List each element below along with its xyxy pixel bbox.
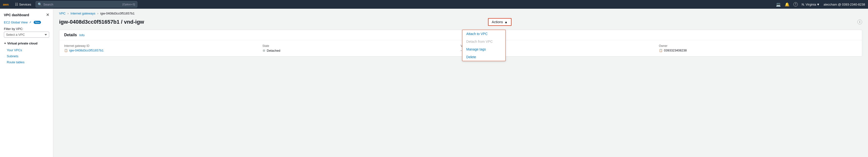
search-bar[interactable]: 🔍 [Option+S] bbox=[36, 1, 137, 7]
main-content: VPC › Internet gateways › igw-0408d3cc0f… bbox=[53, 9, 868, 157]
copy-igw-icon[interactable]: 📋 bbox=[64, 49, 68, 52]
action-manage-tags[interactable]: Manage tags bbox=[462, 45, 505, 53]
top-navigation: aws ☷ Services 🔍 [Option+S] 💻 🔔 ? N. Vir… bbox=[0, 0, 868, 9]
sidebar-section-virtual-private-cloud: ▼ Virtual private cloud bbox=[0, 40, 53, 47]
svg-text:aws: aws bbox=[3, 3, 9, 6]
details-header: Details Info bbox=[59, 30, 862, 40]
igw-id-label: Internet gateway ID bbox=[64, 44, 259, 48]
breadcrumb-vpc[interactable]: VPC bbox=[59, 11, 66, 15]
search-input[interactable] bbox=[43, 3, 121, 6]
nav-right: 💻 🔔 ? N. Virginia ▼ aleccham @ 0393-2340… bbox=[776, 2, 865, 7]
ec2-global-view-label: EC2 Global View bbox=[4, 21, 28, 24]
chevron-down-icon: ▼ bbox=[4, 42, 6, 45]
external-link-icon: ↗ bbox=[29, 21, 31, 24]
help-icon[interactable]: ? bbox=[794, 2, 798, 6]
owner-label: Owner bbox=[659, 44, 855, 48]
filter-label: Filter by VPC: bbox=[0, 25, 53, 32]
search-icon: 🔍 bbox=[38, 2, 42, 6]
state-icon: ⊗ bbox=[262, 48, 266, 52]
actions-button[interactable]: Actions ▲ bbox=[488, 18, 512, 26]
sidebar-close-button[interactable]: ✕ bbox=[46, 12, 49, 17]
breadcrumb-internet-gateways[interactable]: Internet gateways bbox=[70, 11, 95, 15]
section-title: Virtual private cloud bbox=[7, 42, 37, 45]
sidebar: VPC dashboard ✕ EC2 Global View ↗ New Fi… bbox=[0, 9, 53, 157]
state-value: ⊗ Detached bbox=[262, 48, 458, 52]
details-grid: Internet gateway ID 📋 igw-0408d3cc0f5165… bbox=[59, 40, 862, 56]
terminal-icon[interactable]: 💻 bbox=[776, 2, 781, 7]
breadcrumb-sep-1: › bbox=[68, 11, 68, 15]
breadcrumb-sep-2: › bbox=[97, 11, 98, 15]
vpc-id-text: - bbox=[461, 48, 462, 52]
vpc-filter-select[interactable]: Select a VPC bbox=[4, 32, 49, 38]
region-label: N. Virginia bbox=[802, 3, 816, 6]
sidebar-item-subnets[interactable]: Subnets bbox=[0, 53, 53, 59]
region-arrow: ▼ bbox=[817, 3, 820, 6]
details-card: Details Info Internet gateway ID 📋 igw-0… bbox=[59, 30, 862, 56]
region-selector[interactable]: N. Virginia ▼ bbox=[802, 3, 820, 6]
detail-col-owner: Owner 📋 0393323408238 bbox=[659, 44, 857, 52]
action-attach-to-vpc[interactable]: Attach to VPC bbox=[462, 30, 505, 38]
actions-container: Actions ▲ Attach to VPC Detach from VPC … bbox=[488, 18, 512, 26]
ec2-global-view-link[interactable]: EC2 Global View ↗ New bbox=[0, 19, 53, 25]
actions-label: Actions bbox=[492, 20, 503, 24]
aws-logo[interactable]: aws bbox=[3, 2, 11, 7]
sidebar-header: VPC dashboard ✕ bbox=[0, 11, 53, 19]
sidebar-item-route-tables[interactable]: Route tables bbox=[0, 59, 53, 65]
details-title: Details bbox=[64, 33, 77, 37]
owner-text: 0393323408238 bbox=[664, 48, 687, 52]
breadcrumb: VPC › Internet gateways › igw-0408d3cc0f… bbox=[53, 9, 868, 17]
bell-icon[interactable]: 🔔 bbox=[785, 2, 789, 7]
page-header: igw-0408d3cc0f51657b1 / vnd-igw Actions … bbox=[53, 17, 868, 30]
sidebar-item-your-vpcs[interactable]: Your VPCs bbox=[0, 47, 53, 53]
vpc-filter-wrap: Select a VPC bbox=[0, 32, 53, 40]
state-label: State bbox=[262, 44, 458, 48]
breadcrumb-current: igw-0408d3cc0f51657b1 bbox=[100, 11, 135, 15]
detail-col-state: State ⊗ Detached bbox=[262, 44, 461, 52]
actions-dropdown-menu: Attach to VPC Detach from VPC Manage tag… bbox=[462, 30, 506, 61]
details-info-link[interactable]: Info bbox=[79, 33, 85, 37]
services-label: Services bbox=[19, 3, 31, 6]
igw-id-value: 📋 igw-0408d3cc0f51657b1 bbox=[64, 48, 259, 52]
main-layout: VPC dashboard ✕ EC2 Global View ↗ New Fi… bbox=[0, 9, 868, 157]
sidebar-title: VPC dashboard bbox=[4, 13, 29, 17]
state-text: Detached bbox=[267, 49, 280, 52]
actions-arrow-icon: ▲ bbox=[504, 20, 508, 24]
action-detach-from-vpc: Detach from VPC bbox=[462, 38, 505, 45]
services-menu[interactable]: ☷ Services bbox=[13, 1, 33, 7]
new-badge: New bbox=[34, 21, 41, 24]
user-menu[interactable]: aleccham @ 0393-2340-8238 bbox=[824, 3, 865, 6]
search-shortcut: [Option+S] bbox=[123, 3, 135, 6]
owner-icon: 📋 bbox=[659, 49, 662, 52]
igw-id-link[interactable]: igw-0408d3cc0f51657b1 bbox=[69, 48, 104, 52]
page-title: igw-0408d3cc0f51657b1 / vnd-igw bbox=[59, 19, 144, 25]
detail-col-igw-id: Internet gateway ID 📋 igw-0408d3cc0f5165… bbox=[64, 44, 262, 52]
grid-icon: ☷ bbox=[15, 2, 18, 6]
action-delete[interactable]: Delete bbox=[462, 53, 505, 61]
page-info-icon[interactable]: i bbox=[857, 19, 862, 25]
owner-value: 📋 0393323408238 bbox=[659, 48, 855, 52]
